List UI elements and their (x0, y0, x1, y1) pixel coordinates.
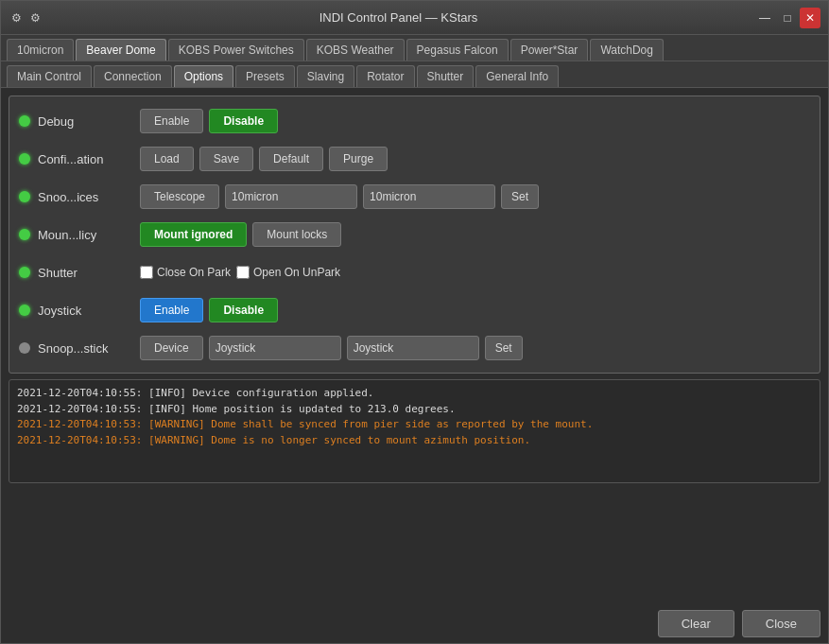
device-tab-pegasus-falcon[interactable]: Pegasus Falcon (406, 39, 509, 61)
joystick-enable-button[interactable]: Enable (140, 298, 203, 322)
shutter-controls: Close On Park Open On UnPark (140, 266, 340, 279)
main-window: ⚙ ⚙ INDI Control Panel — KStars — □ ✕ 10… (0, 0, 829, 644)
snoop-row: Snoo...ices Telescope Set (19, 182, 810, 212)
open-on-unpark-checkbox[interactable] (236, 266, 250, 279)
shutter-row: Shutter Close On Park Open On UnPark (19, 257, 810, 287)
joystick-label: Joystick (38, 304, 132, 318)
device-tab-bar: 10micron Beaver Dome KOBS Power Switches… (1, 35, 828, 61)
tab-presets[interactable]: Presets (235, 65, 295, 87)
snoop-stick-controls: Device Set (140, 336, 523, 360)
snoop-set-button[interactable]: Set (501, 184, 539, 209)
debug-controls: Enable Disable (140, 109, 278, 133)
joystick-status-dot (19, 305, 30, 316)
shutter-label: Shutter (38, 266, 132, 280)
tab-slaving[interactable]: Slaving (297, 65, 354, 87)
device-tab-beaver-dome[interactable]: Beaver Dome (76, 39, 165, 61)
snoop-stick-label: Snoop...stick (38, 341, 132, 356)
configuration-row: Confi...ation Load Save Default Purge (19, 144, 810, 174)
snoop-stick-set-button[interactable]: Set (485, 336, 523, 360)
maximize-button[interactable]: □ (777, 8, 798, 28)
mount-locks-button[interactable]: Mount locks (252, 222, 341, 247)
snoop-input-1[interactable] (225, 184, 357, 209)
options-panel: Debug Enable Disable Confi...ation Load … (9, 96, 820, 374)
open-on-unpark-text: Open On UnPark (253, 266, 340, 279)
configuration-label: Confi...ation (38, 152, 132, 166)
debug-status-dot (19, 115, 30, 127)
device-tab-power-star[interactable]: Power*Star (510, 39, 589, 61)
titlebar: ⚙ ⚙ INDI Control Panel — KStars — □ ✕ (1, 1, 828, 35)
clear-button[interactable]: Clear (658, 610, 734, 637)
device-tab-kobs-power[interactable]: KOBS Power Switches (168, 39, 304, 61)
debug-enable-button[interactable]: Enable (140, 109, 203, 133)
tab-main-control[interactable]: Main Control (7, 65, 92, 87)
debug-label: Debug (38, 114, 132, 129)
tab-connection[interactable]: Connection (94, 65, 172, 87)
mount-policy-label: Moun...licy (38, 228, 132, 242)
log-line-3: 2021-12-20T04:10:53: [WARNING] Dome shal… (17, 417, 812, 433)
log-area[interactable]: 2021-12-20T04:10:55: [INFO] Device confi… (9, 379, 820, 483)
snoop-stick-input-2[interactable] (347, 336, 479, 360)
snoop-stick-device-button[interactable]: Device (140, 336, 203, 360)
mount-policy-status-dot (19, 229, 30, 240)
close-on-park-label[interactable]: Close On Park (140, 266, 231, 279)
mount-ignored-button[interactable]: Mount ignored (140, 222, 247, 247)
tab-options[interactable]: Options (174, 65, 233, 87)
joystick-disable-button[interactable]: Disable (209, 298, 278, 322)
configuration-status-dot (19, 153, 30, 165)
close-button[interactable]: Close (742, 610, 820, 637)
titlebar-app-icons: ⚙ ⚙ (9, 10, 43, 26)
app-icon-2: ⚙ (27, 10, 43, 26)
close-on-park-text: Close On Park (157, 266, 231, 279)
joystick-row: Joystick Enable Disable (19, 295, 810, 325)
tab-general-info[interactable]: General Info (475, 65, 559, 87)
debug-disable-button[interactable]: Disable (209, 109, 278, 133)
close-window-button[interactable]: ✕ (800, 8, 820, 28)
joystick-controls: Enable Disable (140, 298, 278, 322)
device-tab-kobs-weather[interactable]: KOBS Weather (306, 39, 405, 61)
log-line-2: 2021-12-20T04:10:55: [INFO] Home positio… (17, 402, 812, 418)
snoop-status-dot (19, 191, 30, 202)
debug-row: Debug Enable Disable (19, 106, 810, 136)
configuration-load-button[interactable]: Load (140, 147, 194, 171)
mount-policy-controls: Mount ignored Mount locks (140, 222, 341, 247)
titlebar-controls: — □ ✕ (754, 8, 820, 28)
configuration-purge-button[interactable]: Purge (329, 147, 388, 171)
snoop-input-2[interactable] (363, 184, 495, 209)
main-content: Debug Enable Disable Confi...ation Load … (1, 88, 828, 604)
open-on-unpark-label[interactable]: Open On UnPark (236, 266, 340, 279)
snoop-stick-input-1[interactable] (209, 336, 341, 360)
app-icon-1: ⚙ (9, 10, 24, 26)
bottom-bar: Clear Close (1, 604, 828, 643)
tab-shutter[interactable]: Shutter (417, 65, 475, 87)
snoop-telescope-button[interactable]: Telescope (140, 184, 219, 209)
snoop-controls: Telescope Set (140, 184, 539, 209)
configuration-default-button[interactable]: Default (259, 147, 323, 171)
sub-tab-bar: Main Control Connection Options Presets … (1, 61, 828, 88)
log-line-1: 2021-12-20T04:10:55: [INFO] Device confi… (17, 386, 812, 402)
configuration-controls: Load Save Default Purge (140, 147, 388, 171)
window-title: INDI Control Panel — KStars (320, 10, 478, 25)
shutter-status-dot (19, 267, 30, 278)
close-on-park-checkbox[interactable] (140, 266, 153, 279)
tab-rotator[interactable]: Rotator (356, 65, 414, 87)
snoop-stick-status-dot (19, 342, 30, 354)
device-tab-10micron[interactable]: 10micron (7, 39, 74, 61)
minimize-button[interactable]: — (754, 8, 775, 28)
configuration-save-button[interactable]: Save (199, 147, 253, 171)
log-line-4: 2021-12-20T04:10:53: [WARNING] Dome is n… (17, 433, 812, 449)
snoop-label: Snoo...ices (38, 190, 132, 204)
device-tab-watchdog[interactable]: WatchDog (590, 39, 664, 61)
snoop-stick-row: Snoop...stick Device Set (19, 333, 810, 363)
mount-policy-row: Moun...licy Mount ignored Mount locks (19, 219, 810, 250)
